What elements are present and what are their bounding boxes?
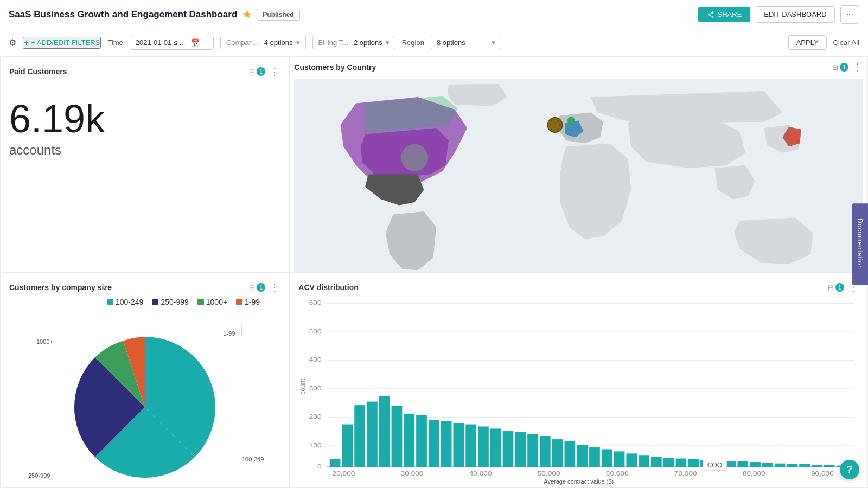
company-label: Compan... <box>226 38 259 47</box>
apply-button[interactable]: APPLY <box>788 35 827 50</box>
map-filter-badge[interactable]: ⊟ 1 <box>832 63 848 72</box>
legend-color-100-249 <box>107 299 113 305</box>
legend-250-999: 250-999 <box>152 298 188 306</box>
acv-chart-svg: 600 500 400 300 200 100 0 count <box>298 298 859 476</box>
svg-rect-41 <box>552 439 563 467</box>
header: SaaS Business Growth and Engagement Dash… <box>0 0 868 29</box>
legend-1000plus: 1000+ <box>197 298 227 306</box>
map-actions: ⊟ 1 ⋮ <box>832 61 863 73</box>
svg-text:500: 500 <box>309 328 322 335</box>
header-title-area: SaaS Business Growth and Engagement Dash… <box>9 9 698 21</box>
svg-rect-57 <box>750 462 761 467</box>
company-size-more-button[interactable]: ⋮ <box>270 281 280 293</box>
region-label: Region <box>402 38 424 47</box>
svg-rect-29 <box>404 414 415 467</box>
svg-text:400: 400 <box>309 356 322 363</box>
paid-customers-panel: Paid Customers ⊟ 1 ⋮ 6.19k accounts <box>0 56 289 272</box>
region-filter[interactable]: 8 options ▾ <box>431 36 501 49</box>
pie-chart-container: 1-99 1000+ 250-999 100-249 <box>9 309 280 488</box>
svg-rect-40 <box>540 436 551 467</box>
svg-text:80,000: 80,000 <box>743 470 765 477</box>
legend-color-1-99 <box>236 299 242 305</box>
world-map[interactable] <box>294 78 863 272</box>
paid-customers-actions: ⊟ 1 ⋮ <box>249 66 280 78</box>
time-label: Time <box>107 38 123 47</box>
paid-customers-more-button[interactable]: ⋮ <box>270 66 280 78</box>
acv-panel: ACV distribution ⊟ 1 ⋮ 600 500 400 300 2… <box>289 272 868 488</box>
company-size-actions: ⊟ 1 ⋮ <box>249 281 280 293</box>
svg-rect-42 <box>565 441 576 467</box>
svg-text:100: 100 <box>309 441 322 448</box>
svg-rect-32 <box>441 421 452 467</box>
share-icon <box>707 11 714 18</box>
paid-customers-filter-badge[interactable]: ⊟ 1 <box>249 67 265 76</box>
acv-bar-chart: 600 500 400 300 200 100 0 count <box>298 298 859 476</box>
company-size-filter-badge[interactable]: ⊟ 1 <box>249 283 265 292</box>
svg-rect-39 <box>528 434 539 467</box>
edit-dashboard-button[interactable]: EDIT DASHBOARD <box>756 6 834 23</box>
label-1-99: 1-99 <box>223 325 247 337</box>
svg-rect-49 <box>651 457 662 467</box>
map-badge-count: 1 <box>840 63 848 72</box>
add-edit-filters-button[interactable]: + + ADD/EDIT FILTERS <box>23 37 101 49</box>
label-100-249: 100-249 <box>242 456 264 463</box>
svg-point-1 <box>401 144 429 171</box>
filter-icon: ⊟ <box>249 284 255 292</box>
svg-rect-62 <box>812 465 822 467</box>
chevron-down-icon: ▾ <box>386 38 390 47</box>
time-filter[interactable]: 2021-01-01 ≤ ... 📅 <box>130 36 214 50</box>
acv-filter-badge[interactable]: ⊟ 1 <box>828 283 844 292</box>
documentation-tab[interactable]: Documentation <box>852 203 868 285</box>
company-size-badge-count: 1 <box>257 283 265 292</box>
svg-rect-47 <box>627 453 637 467</box>
svg-rect-58 <box>762 463 773 467</box>
chevron-down-icon: ▾ <box>492 38 495 47</box>
svg-rect-59 <box>775 464 786 467</box>
svg-text:50,000: 50,000 <box>538 470 560 477</box>
svg-rect-36 <box>490 428 501 467</box>
svg-text:0: 0 <box>317 463 322 470</box>
acv-header: ACV distribution ⊟ 1 ⋮ <box>298 281 859 293</box>
svg-text:600: 600 <box>309 299 322 306</box>
more-options-button[interactable]: ··· <box>840 5 859 24</box>
help-button[interactable]: ? <box>840 460 859 479</box>
header-actions: SHARE EDIT DASHBOARD ··· <box>698 5 859 24</box>
svg-rect-48 <box>639 455 650 467</box>
map-header: Customers by Country ⊟ 1 ⋮ <box>294 61 863 73</box>
label-1000plus: 1000+ <box>36 338 53 345</box>
svg-rect-46 <box>614 451 625 467</box>
svg-point-6 <box>789 132 799 142</box>
settings-icon[interactable]: ⚙ <box>9 37 16 48</box>
svg-text:70,000: 70,000 <box>674 470 697 477</box>
svg-rect-51 <box>676 459 687 467</box>
svg-text:90,000: 90,000 <box>811 470 834 477</box>
company-filter[interactable]: Compan... 4 options ▾ <box>220 36 306 49</box>
svg-rect-45 <box>602 449 612 467</box>
company-size-title: Customers by company size <box>9 283 112 292</box>
map-svg <box>294 78 863 272</box>
svg-rect-56 <box>738 461 749 467</box>
calendar-icon: 📅 <box>190 38 200 47</box>
svg-rect-23 <box>330 459 341 467</box>
region-options: 8 options <box>437 38 465 47</box>
svg-text:30,000: 30,000 <box>401 470 424 477</box>
pie-legend: 100-249 250-999 1000+ 1-99 <box>107 298 280 306</box>
clear-all-button[interactable]: Clear All <box>833 38 859 47</box>
legend-color-250-999 <box>152 299 158 305</box>
filter-bar: ⚙ + + ADD/EDIT FILTERS Time 2021-01-01 ≤… <box>0 29 868 56</box>
svg-rect-25 <box>355 405 366 467</box>
filter-icon: ⊟ <box>828 284 834 292</box>
svg-text:40,000: 40,000 <box>469 470 492 477</box>
svg-rect-52 <box>688 459 699 467</box>
svg-rect-63 <box>824 465 835 467</box>
star-icon[interactable]: ★ <box>242 9 251 21</box>
billing-filter[interactable]: Billing T... 2 options ▾ <box>312 36 395 49</box>
map-more-button[interactable]: ⋮ <box>853 61 863 73</box>
svg-rect-24 <box>342 425 353 467</box>
share-button[interactable]: SHARE <box>698 7 751 22</box>
svg-text:200: 200 <box>309 413 322 420</box>
published-badge: Published <box>257 9 299 21</box>
paid-customers-badge-count: 1 <box>257 67 265 76</box>
svg-text:count: count <box>298 378 307 394</box>
paid-customers-title: Paid Customers <box>9 67 67 76</box>
